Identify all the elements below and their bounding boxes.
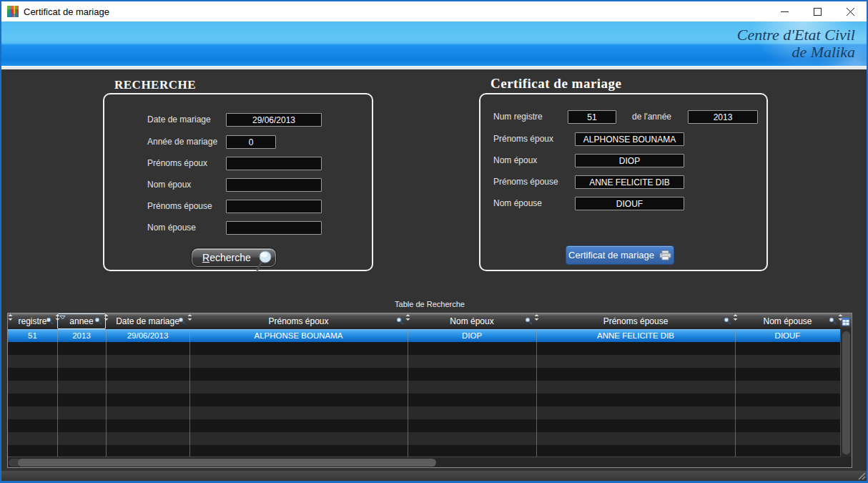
column-search-icon[interactable]: [46, 317, 54, 325]
field-label-nom-epoux: Nom époux: [147, 178, 191, 192]
field-label-cert-prenoms-epouse: Prénoms épouse: [493, 175, 558, 189]
column-resize-handle[interactable]: [55, 314, 60, 321]
column-resize-handle[interactable]: [187, 314, 192, 321]
table-header-row: registreanneeDate de mariagePrénoms épou…: [8, 313, 852, 329]
magnifier-icon: [255, 250, 274, 274]
column-divider: [106, 329, 107, 457]
certificate-panel-title: Certificat de mariage: [490, 76, 622, 92]
column-header-0[interactable]: registre: [8, 313, 57, 329]
column-search-icon[interactable]: [829, 317, 837, 325]
field-label-cert-nom-epoux: Nom époux: [493, 154, 537, 167]
sort-indicator-icon: [59, 315, 66, 320]
status-footer: [1, 471, 867, 481]
field-label-annee-mariage: Année de mariage: [147, 135, 217, 149]
field-label-cert-nom-epouse: Nom épouse: [493, 197, 542, 210]
column-search-icon[interactable]: [396, 317, 404, 325]
printer-icon: [659, 250, 671, 260]
field-label-num-registre: Num registre: [493, 110, 543, 124]
header-banner: Centre d'Etat Civil de Malika: [1, 21, 867, 66]
table-cell: 29/06/2013: [106, 329, 189, 342]
center-name: Centre d'Etat Civil de Malika: [737, 26, 855, 61]
column-divider: [189, 329, 190, 457]
app-window: Certificat de mariage Centre d'Etat Civi…: [0, 0, 868, 483]
app-icon: [7, 6, 19, 17]
cert-prenoms-epouse-input[interactable]: [575, 175, 684, 189]
column-divider: [735, 329, 736, 457]
column-header-label: Nom épouse: [763, 316, 812, 326]
table-empty-area: [8, 342, 840, 467]
cert-nom-epouse-input[interactable]: [575, 197, 684, 210]
resize-grip-icon[interactable]: [857, 472, 866, 480]
column-header-label: Prénoms épouse: [603, 316, 669, 326]
column-search-icon[interactable]: [94, 317, 102, 325]
print-button-label: Certificat de mariage: [568, 250, 654, 260]
banner-line1: Centre d'Etat Civil: [737, 26, 855, 44]
main-area: RECHERCHE Certificat de mariage Date de …: [1, 69, 867, 481]
column-divider: [57, 329, 58, 457]
titlebar[interactable]: Certificat de mariage: [1, 1, 867, 21]
table-cell: 2013: [57, 329, 106, 342]
column-resize-handle[interactable]: [104, 314, 109, 321]
table-cell: ALPHONSE BOUNAMA: [189, 329, 408, 342]
column-header-label: annee: [69, 316, 93, 326]
field-label-cert-prenoms-epoux: Prénoms époux: [493, 132, 553, 146]
field-label-prenoms-epouse: Prénoms épouse: [147, 200, 212, 213]
table-row-selected[interactable]: 51201329/06/2013ALPHONSE BOUNAMADIOPANNE…: [8, 329, 840, 342]
cert-annee-input[interactable]: [688, 110, 758, 124]
search-prenoms-epouse-input[interactable]: [226, 200, 322, 213]
column-header-2[interactable]: Date de mariage: [106, 313, 189, 329]
column-header-label: Prénoms époux: [268, 316, 328, 326]
column-search-icon[interactable]: [525, 317, 533, 325]
search-date-input[interactable]: [226, 113, 322, 127]
column-resize-handle[interactable]: [534, 314, 539, 321]
column-header-label: Nom époux: [450, 316, 493, 326]
column-header-6[interactable]: Nom épouse: [735, 313, 840, 329]
field-label-de-annee: de l'année: [632, 110, 671, 124]
table-caption: Table de Recherche: [7, 300, 852, 308]
search-annee-input[interactable]: [226, 135, 276, 149]
column-search-icon[interactable]: [178, 317, 186, 325]
vertical-scrollbar[interactable]: [840, 329, 852, 457]
horizontal-scrollbar[interactable]: [8, 457, 840, 467]
column-header-3[interactable]: Prénoms époux: [189, 313, 408, 329]
table-cell: DIOUF: [735, 329, 840, 342]
window-title: Certificat de mariage: [24, 6, 109, 17]
column-resize-handle[interactable]: [405, 314, 410, 321]
maximize-button[interactable]: [801, 1, 834, 21]
search-prenoms-epoux-input[interactable]: [226, 157, 322, 170]
window-controls: [768, 1, 867, 21]
column-divider: [536, 329, 537, 457]
cert-num-registre-input[interactable]: [568, 110, 616, 124]
minimize-button[interactable]: [768, 1, 801, 21]
column-divider: [408, 329, 408, 457]
search-results-table: registreanneeDate de mariagePrénoms épou…: [7, 313, 852, 468]
field-label-nom-epouse: Nom épouse: [147, 221, 196, 235]
column-header-1[interactable]: annee: [57, 313, 106, 329]
column-resize-handle[interactable]: [838, 314, 843, 321]
banner-line2: de Malika: [737, 44, 855, 61]
field-label-prenoms-epoux: Prénoms époux: [147, 157, 207, 170]
column-header-4[interactable]: Nom époux: [408, 313, 536, 329]
field-label-date-mariage: Date de mariage: [147, 113, 211, 127]
search-panel-title: RECHERCHE: [114, 78, 196, 92]
column-header-label: Date de mariage: [116, 316, 179, 326]
vscroll-thumb[interactable]: [842, 331, 850, 454]
search-nom-epoux-input[interactable]: [226, 178, 322, 192]
cert-prenoms-epoux-input[interactable]: [575, 132, 684, 146]
column-header-5[interactable]: Prénoms épouse: [536, 313, 735, 329]
column-resize-handle[interactable]: [733, 314, 738, 321]
print-certificate-button[interactable]: Certificat de mariage: [566, 245, 674, 265]
search-nom-epouse-input[interactable]: [226, 221, 322, 235]
cert-nom-epoux-input[interactable]: [575, 154, 684, 167]
column-header-label: registre: [18, 316, 46, 326]
table-cell: ANNE FELICITE DIB: [536, 329, 735, 342]
column-search-icon[interactable]: [724, 317, 731, 325]
hscroll-thumb[interactable]: [18, 459, 436, 467]
certificate-panel: Num registre de l'année Prénoms époux No…: [479, 93, 768, 271]
search-panel: Date de mariage Année de mariage Prénoms…: [103, 93, 373, 271]
close-button[interactable]: [834, 1, 867, 21]
column-resize-handle[interactable]: [8, 314, 13, 321]
table-cell: DIOP: [408, 329, 536, 342]
table-cell: 51: [8, 329, 57, 342]
recherche-button[interactable]: Recherche: [192, 248, 276, 267]
